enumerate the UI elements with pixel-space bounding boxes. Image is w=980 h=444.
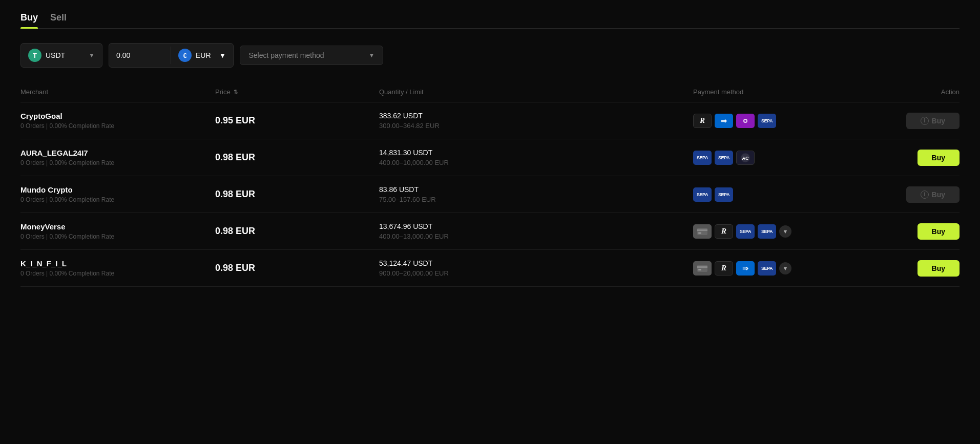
merchant-name: Mundo Crypto — [20, 185, 215, 194]
transfer7-payment-icon: ⇒ — [715, 114, 733, 128]
sepa-payment-icon: SEPA — [693, 151, 712, 165]
action-col: i Buy — [878, 113, 960, 129]
info-icon: i — [921, 191, 929, 199]
svg-point-2 — [744, 120, 746, 122]
transfer7-payment-icon: ⇒ — [736, 261, 755, 276]
quantity-eur: 900.00–20,000.00 EUR — [379, 269, 693, 277]
header-action: Action — [878, 88, 960, 96]
header-quantity: Quantity / Limit — [379, 88, 693, 96]
buy-button[interactable]: Buy — [918, 150, 960, 166]
merchant-info: K_I_N_F_I_L 0 Orders | 0.00% Completion … — [20, 259, 215, 277]
buy-button[interactable]: i Buy — [906, 113, 960, 129]
buy-button[interactable]: i Buy — [906, 186, 960, 203]
payment-icons: SEPA SEPA — [693, 187, 878, 202]
svg-rect-9 — [697, 266, 707, 268]
sepa-payment-icon: SEPA — [693, 187, 712, 202]
sepa2-payment-icon: SEPA — [715, 151, 733, 165]
svg-rect-10 — [698, 269, 701, 270]
quantity-info: 14,831.30 USDT 400.00–10,000.00 EUR — [379, 149, 693, 166]
merchant-stats: 0 Orders | 0.00% Completion Rate — [20, 196, 215, 203]
crypto-selector[interactable]: T USDT ▼ — [20, 43, 102, 68]
table-row: MoneyVerse 0 Orders | 0.00% Completion R… — [20, 213, 960, 250]
revolut-payment-icon: R — [715, 224, 733, 239]
merchant-info: CryptoGoal 0 Orders | 0.00% Completion R… — [20, 112, 215, 130]
expand-payment-icon[interactable]: ▼ — [779, 225, 791, 238]
card-payment-icon — [693, 224, 712, 239]
merchant-stats: 0 Orders | 0.00% Completion Rate — [20, 122, 215, 130]
merchant-stats: 0 Orders | 0.00% Completion Rate — [20, 159, 215, 166]
svg-rect-7 — [698, 232, 701, 234]
payment-placeholder: Select payment method — [248, 51, 324, 59]
price: 0.95 EUR — [215, 115, 379, 126]
table-header: Merchant Price ⇅ Quantity / Limit Paymen… — [20, 84, 960, 102]
info-icon: i — [921, 117, 929, 125]
quantity-usdt: 53,124.47 USDT — [379, 259, 693, 267]
tab-buy[interactable]: Buy — [20, 12, 38, 28]
currency-chevron-icon: ▼ — [219, 51, 226, 59]
buy-button[interactable]: Buy — [918, 260, 960, 277]
expand-payment-icon[interactable]: ▼ — [779, 262, 791, 274]
eur-label: EUR — [196, 51, 211, 59]
sepa-payment-icon: SEPA — [736, 224, 755, 239]
price: 0.98 EUR — [215, 226, 379, 237]
quantity-info: 13,674.96 USDT 400.00–13,000.00 EUR — [379, 222, 693, 240]
price: 0.98 EUR — [215, 152, 379, 163]
payment-icons: R ⇒ SEPA — [693, 114, 878, 128]
table-container: Merchant Price ⇅ Quantity / Limit Paymen… — [20, 84, 960, 287]
action-col: i Buy — [878, 186, 960, 203]
revolut-payment-icon: R — [715, 261, 733, 276]
payment-icons: R ⇒ SEPA ▼ — [693, 261, 878, 276]
filters-row: T USDT ▼ € EUR ▼ Select payment method ▼ — [20, 43, 960, 68]
quantity-eur: 400.00–10,000.00 EUR — [379, 159, 693, 166]
quantity-usdt: 14,831.30 USDT — [379, 149, 693, 157]
quantity-usdt: 13,674.96 USDT — [379, 222, 693, 230]
merchant-name: CryptoGoal — [20, 112, 215, 120]
merchant-name: K_I_N_F_I_L — [20, 259, 215, 268]
price: 0.98 EUR — [215, 189, 379, 200]
crypto-chevron-icon: ▼ — [89, 52, 95, 59]
sepa-payment-icon: SEPA — [758, 114, 776, 128]
buy-button[interactable]: Buy — [918, 223, 960, 240]
payment-method-selector[interactable]: Select payment method ▼ — [240, 46, 383, 65]
currency-selector[interactable]: € EUR ▼ — [171, 44, 233, 67]
header-price: Price ⇅ — [215, 88, 379, 96]
price: 0.98 EUR — [215, 263, 379, 273]
table-row: CryptoGoal 0 Orders | 0.00% Completion R… — [20, 102, 960, 139]
quantity-info: 53,124.47 USDT 900.00–20,000.00 EUR — [379, 259, 693, 277]
svg-rect-8 — [697, 265, 707, 272]
payment-icons: SEPA SEPA AC — [693, 151, 878, 165]
quantity-info: 83.86 USDT 75.00–157.60 EUR — [379, 185, 693, 203]
quantity-eur: 400.00–13,000.00 EUR — [379, 232, 693, 240]
sepa2-payment-icon: SEPA — [715, 187, 733, 202]
merchant-name: MoneyVerse — [20, 222, 215, 231]
action-col: Buy — [878, 150, 960, 166]
sepa-payment-icon: SEPA — [758, 261, 776, 276]
eur-icon: € — [178, 49, 192, 62]
usdt-icon: T — [28, 49, 41, 62]
quantity-usdt: 83.86 USDT — [379, 185, 693, 194]
merchant-info: Mundo Crypto 0 Orders | 0.00% Completion… — [20, 185, 215, 203]
svg-rect-6 — [697, 229, 707, 231]
quantity-eur: 75.00–157.60 EUR — [379, 196, 693, 203]
tabs-container: Buy Sell — [20, 12, 960, 29]
quantity-info: 383.62 USDT 300.00–364.82 EUR — [379, 112, 693, 130]
table-row: Mundo Crypto 0 Orders | 0.00% Completion… — [20, 176, 960, 213]
merchant-stats: 0 Orders | 0.00% Completion Rate — [20, 270, 215, 277]
header-merchant: Merchant — [20, 88, 215, 96]
merchant-stats: 0 Orders | 0.00% Completion Rate — [20, 233, 215, 240]
svg-rect-5 — [697, 228, 707, 235]
main-container: Buy Sell T USDT ▼ € EUR ▼ — [0, 0, 980, 299]
amount-input[interactable] — [109, 44, 171, 67]
tab-sell[interactable]: Sell — [50, 12, 67, 28]
payment-icons: R SEPA SEPA ▼ — [693, 224, 878, 239]
price-sort-icon[interactable]: ⇅ — [234, 89, 238, 95]
merchant-name: AURA_LEGAL24I7 — [20, 149, 215, 157]
header-payment: Payment method — [693, 88, 878, 96]
svg-text:AC: AC — [742, 156, 749, 161]
quantity-usdt: 383.62 USDT — [379, 112, 693, 120]
advcash-payment-icon: AC — [736, 151, 755, 165]
amount-currency-wrapper: € EUR ▼ — [109, 43, 234, 68]
card-payment-icon — [693, 261, 712, 276]
action-col: Buy — [878, 223, 960, 240]
payment-chevron-icon: ▼ — [369, 52, 375, 59]
